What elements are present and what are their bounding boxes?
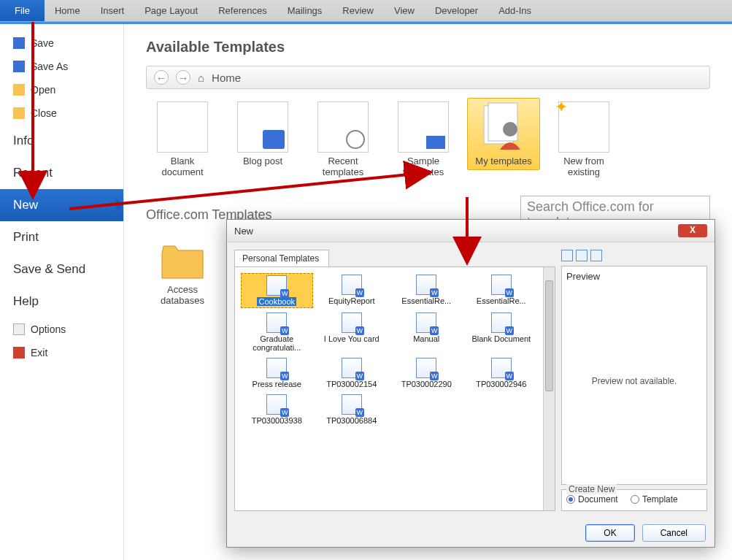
folder-icon [161, 245, 204, 281]
nav-print[interactable]: Print [0, 221, 123, 253]
nav-exit[interactable]: Exit [0, 341, 123, 364]
template-file-icon [416, 358, 436, 378]
nav-save[interactable]: Save [0, 31, 123, 55]
nav-options[interactable]: Options [0, 318, 123, 341]
tab-page-layout[interactable]: Page Layout [134, 0, 208, 21]
nav-info[interactable]: Info [0, 125, 123, 157]
dialog-titlebar: New X [227, 220, 714, 242]
template-file-icon [266, 275, 287, 296]
radio-dot-icon [631, 495, 639, 504]
tmpl-new-from-existing-label: New from existing [551, 156, 617, 177]
file-cookbook[interactable]: Cookbook [241, 273, 313, 308]
nav-help[interactable]: Help [0, 285, 123, 318]
file-tp6884[interactable]: TP030006884 [316, 393, 388, 426]
radio-template[interactable]: Template [631, 494, 678, 505]
cancel-button[interactable]: Cancel [642, 524, 706, 542]
view-large-icon[interactable] [561, 250, 573, 261]
nav-save-send[interactable]: Save & Send [0, 253, 123, 285]
ribbon-tabs: File Home Insert Page Layout References … [0, 0, 732, 22]
tmpl-recent[interactable]: Recent templates [307, 98, 380, 181]
office-access-label: Access databases [150, 284, 215, 306]
file-essentialre2[interactable]: EssentialRe... [466, 273, 538, 308]
tmpl-blog[interactable]: Blog post [226, 98, 299, 170]
template-file-icon [342, 358, 362, 378]
template-file-icon [342, 312, 362, 333]
preview-panel: Preview Preview not available. [561, 266, 707, 485]
dialog-tab-personal[interactable]: Personal Templates [234, 250, 329, 266]
tmpl-sample[interactable]: Sample templates [387, 98, 460, 181]
file-label: TP030002290 [401, 380, 452, 388]
view-mode-buttons [561, 250, 707, 261]
svg-point-2 [503, 122, 517, 137]
file-label: Blank Document [471, 334, 531, 343]
file-label: EssentialRe... [401, 296, 451, 305]
file-iloveyou[interactable]: I Love You card [316, 311, 388, 353]
nav-new[interactable]: New [0, 189, 123, 221]
file-essentialre1[interactable]: EssentialRe... [390, 273, 463, 308]
dialog-title: New [234, 226, 253, 237]
tmpl-my-templates-label: My templates [471, 156, 536, 166]
file-graduate[interactable]: Graduate congratulati... [241, 311, 313, 353]
template-file-icon [416, 275, 436, 295]
file-tp2946[interactable]: TP030002946 [466, 356, 538, 390]
nav-save-as-label: Save As [31, 61, 68, 72]
view-list-icon[interactable] [576, 250, 587, 261]
view-details-icon[interactable] [590, 250, 602, 261]
tmpl-sample-label: Sample templates [390, 156, 456, 177]
file-blankdoc[interactable]: Blank Document [466, 311, 538, 353]
list-scrollbar[interactable] [543, 267, 555, 510]
tab-review[interactable]: Review [332, 0, 384, 21]
template-file-icon [491, 312, 512, 333]
breadcrumb-home[interactable]: Home [212, 72, 241, 84]
tmpl-new-from-existing[interactable]: ✦ New from existing [547, 98, 620, 181]
save-icon [13, 37, 25, 49]
file-manual[interactable]: Manual [390, 311, 463, 353]
radio-document[interactable]: Document [566, 494, 618, 505]
file-pressrelease[interactable]: Press release [241, 356, 313, 390]
tmpl-recent-label: Recent templates [310, 156, 376, 177]
file-label: I Love You card [324, 334, 380, 343]
template-file-icon [266, 312, 287, 333]
radio-tpl-label: Template [642, 494, 678, 505]
tab-view[interactable]: View [384, 0, 425, 21]
radio-dot-icon [566, 495, 575, 504]
forward-icon[interactable]: → [176, 70, 190, 85]
file-label: TP030002946 [476, 380, 526, 388]
nav-close[interactable]: Close [0, 101, 123, 125]
tab-addins[interactable]: Add-Ins [488, 0, 542, 21]
office-access[interactable]: Access databases [146, 241, 219, 324]
file-tp2290[interactable]: TP030002290 [390, 356, 463, 390]
file-tp2154[interactable]: TP030002154 [316, 356, 388, 390]
ok-button[interactable]: OK [585, 524, 634, 542]
file-label: Press release [253, 380, 301, 388]
file-label: Manual [413, 334, 439, 343]
tmpl-my-templates[interactable]: My templates [467, 98, 540, 170]
template-file-icon [266, 394, 287, 415]
tmpl-blank-label: Blank document [150, 156, 215, 177]
tab-developer[interactable]: Developer [425, 0, 488, 21]
tab-references[interactable]: References [208, 0, 277, 21]
back-icon[interactable]: ← [154, 70, 169, 85]
my-templates-icon [478, 101, 529, 153]
preview-text: Preview not available. [566, 282, 702, 480]
nav-recent[interactable]: Recent [0, 157, 123, 189]
nav-open[interactable]: Open [0, 78, 123, 101]
recent-templates-icon [317, 101, 369, 153]
tmpl-blank[interactable]: Blank document [146, 98, 219, 181]
nav-options-label: Options [31, 323, 66, 335]
dialog-close-button[interactable]: X [678, 224, 707, 237]
tab-insert[interactable]: Insert [90, 0, 135, 21]
exit-icon [13, 347, 25, 358]
nav-open-label: Open [31, 84, 55, 96]
home-icon[interactable]: ⌂ [198, 72, 204, 84]
tab-mailings[interactable]: Mailings [277, 0, 333, 21]
create-new-group: Create New Document Template [561, 489, 707, 511]
nav-save-as[interactable]: Save As [0, 55, 123, 78]
file-tp3938[interactable]: TP030003938 [241, 393, 313, 426]
template-file-icon [491, 358, 512, 378]
file-equityreport[interactable]: EquityReport [316, 273, 388, 308]
template-file-icon [491, 275, 512, 295]
tab-home[interactable]: Home [45, 0, 90, 21]
tab-file[interactable]: File [0, 0, 45, 21]
backstage-nav: Save Save As Open Close Info Recent New … [0, 24, 124, 560]
